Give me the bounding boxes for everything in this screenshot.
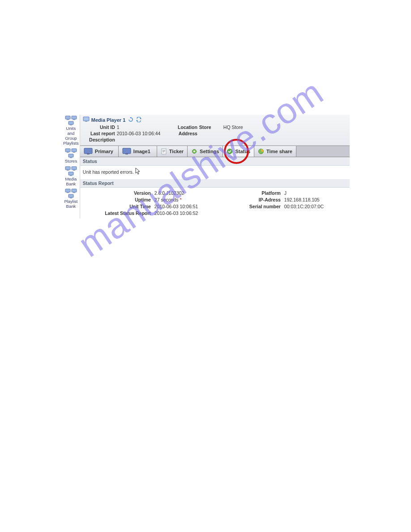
ip-label: IP-Adress (244, 197, 284, 202)
tab-time-share[interactable]: Time share (254, 146, 296, 157)
svg-rect-0 (65, 116, 70, 119)
svg-rect-8 (72, 149, 77, 152)
monitors-cluster-icon (64, 148, 77, 159)
status-message: Unit has reported errors. (83, 169, 134, 175)
version-value: 2.6.0.J102302 (154, 190, 244, 196)
refresh-icon[interactable] (128, 117, 134, 122)
svg-rect-33 (163, 152, 164, 152)
location-label: Location (169, 124, 197, 130)
svg-rect-18 (65, 189, 70, 192)
uptime-value: 27 seconds * (154, 197, 244, 202)
tab-label: Primary (95, 149, 113, 154)
page-icon (161, 148, 167, 154)
monitors-cluster-icon (64, 189, 77, 199)
latest-status-report-value: 2010-06-03 10:06:52 (154, 210, 244, 216)
tab-label: Status (235, 149, 250, 154)
uptime-label: Uptime (83, 197, 154, 202)
tab-label: Ticker (169, 149, 184, 154)
svg-rect-27 (87, 154, 90, 154)
sidebar-item-label: Media Bank (63, 177, 79, 187)
sidebar-item-playlist-bank[interactable]: Playlist Bank (63, 189, 79, 210)
unit-id-label: Unit ID (83, 124, 115, 130)
status-section-header: Status (80, 157, 350, 166)
page-title: Media Player 1 (91, 117, 125, 123)
status-report-section-header: Status Report (80, 179, 350, 188)
svg-rect-17 (70, 175, 72, 176)
serial-label: Serial number (244, 204, 284, 209)
tab-label: Image1 (133, 149, 150, 154)
monitor-icon (84, 148, 93, 155)
svg-rect-2 (72, 116, 77, 119)
svg-rect-16 (68, 172, 73, 175)
sync-icon[interactable] (136, 117, 142, 122)
svg-rect-15 (73, 170, 75, 171)
svg-rect-25 (85, 121, 87, 122)
last-report-value: 2010-06-03 10:06:44 (117, 131, 167, 136)
tab-status[interactable]: Status (223, 146, 254, 157)
monitor-icon (83, 116, 90, 123)
gear-icon (191, 148, 197, 154)
last-report-label: Last report (83, 131, 115, 136)
serial-value: 00:03:1C:20:07:0C (284, 204, 347, 209)
unit-time-value: 2010-06-03 10:06:51 (154, 204, 244, 209)
svg-rect-31 (163, 150, 165, 150)
svg-rect-29 (125, 154, 128, 154)
unit-id-value: 1 (117, 124, 167, 130)
svg-rect-13 (67, 170, 69, 171)
svg-rect-22 (68, 194, 73, 197)
svg-rect-9 (73, 152, 75, 153)
svg-rect-28 (123, 148, 131, 154)
monitors-cluster-icon (64, 116, 77, 126)
platform-value: J (284, 190, 347, 196)
svg-rect-3 (73, 119, 75, 120)
tab-label: Time share (266, 149, 292, 154)
latest-status-report-label: Latest Status Report (83, 210, 154, 216)
sidebar-item-label: Playlist Bank (63, 199, 79, 209)
svg-rect-32 (163, 151, 165, 151)
sidebar-item-label: Stores (65, 159, 77, 164)
pie-chart-icon (258, 148, 264, 154)
svg-rect-10 (68, 154, 73, 157)
check-icon (227, 148, 233, 154)
svg-rect-12 (65, 167, 70, 170)
version-label: Version (83, 190, 154, 196)
ip-value: 192.168.118.105 (284, 197, 347, 202)
sidebar-item-stores[interactable]: Stores (63, 148, 79, 165)
platform-label: Platform (244, 190, 284, 196)
status-message-area: Unit has reported errors. (80, 166, 350, 179)
svg-rect-23 (70, 197, 72, 198)
address-label: Address (169, 131, 197, 136)
unit-header: Media Player 1 Unit ID 1 Location Store … (80, 115, 350, 146)
svg-rect-7 (67, 152, 69, 153)
sidebar-item-units-group-playlists[interactable]: Units and Group Playlists (63, 116, 79, 147)
main-panel: Media Player 1 Unit ID 1 Location Store … (80, 115, 350, 219)
svg-rect-1 (67, 119, 69, 120)
tabs-bar: Primary Image1 Ticker Settings Status Ti… (80, 146, 350, 157)
title-action-icons (127, 117, 142, 123)
svg-rect-6 (65, 149, 70, 152)
svg-rect-21 (73, 192, 75, 193)
unit-time-label: Unit Time (83, 204, 154, 209)
tab-image1[interactable]: Image1 (119, 146, 157, 157)
store-value: HQ Store (223, 124, 347, 130)
monitors-cluster-icon (64, 166, 77, 176)
svg-rect-24 (83, 117, 89, 121)
svg-point-35 (193, 150, 195, 152)
sidebar: Units and Group Playlists Stores Media B… (62, 115, 80, 219)
svg-rect-19 (67, 192, 69, 193)
svg-rect-5 (70, 124, 72, 125)
svg-rect-4 (68, 121, 73, 124)
tab-settings[interactable]: Settings (188, 146, 223, 157)
description-label: Description (83, 137, 115, 142)
store-label: Store (199, 124, 222, 130)
svg-rect-11 (70, 157, 72, 158)
svg-rect-14 (72, 167, 77, 170)
tab-primary[interactable]: Primary (80, 146, 119, 157)
tab-ticker[interactable]: Ticker (157, 146, 188, 157)
tab-label: Settings (200, 149, 219, 154)
svg-rect-26 (84, 148, 92, 154)
cursor-icon (135, 167, 141, 175)
svg-rect-20 (72, 189, 77, 192)
sidebar-item-media-bank[interactable]: Media Bank (63, 166, 79, 188)
monitor-icon (122, 148, 131, 155)
